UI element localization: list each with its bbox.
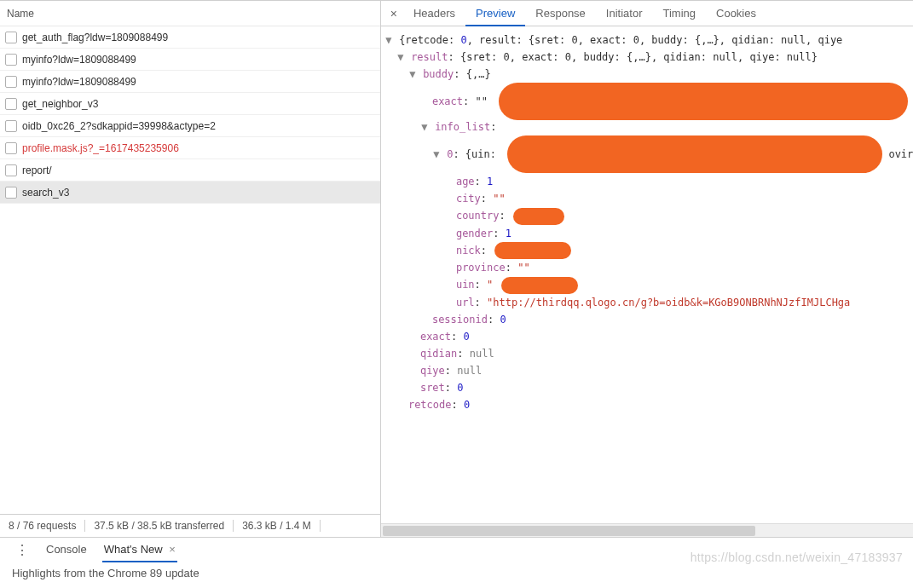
tree-row[interactable]: sret: 0 xyxy=(384,379,910,396)
request-row[interactable]: report/ xyxy=(0,159,380,182)
tree-row[interactable]: province: "" xyxy=(384,259,910,276)
tree-row[interactable]: ▼ info_list: xyxy=(384,118,910,135)
close-icon[interactable]: × xyxy=(169,543,176,556)
request-row[interactable]: myinfo?ldw=1809088499 xyxy=(0,49,380,71)
request-name: profile.mask.js?_=1617435235906 xyxy=(22,142,179,154)
scrollbar-thumb[interactable] xyxy=(383,526,755,536)
status-transferred: 37.5 kB / 38.5 kB transferred xyxy=(85,520,234,532)
tree-row[interactable]: age: 1 xyxy=(384,173,910,190)
tree-row[interactable]: retcode: 0 xyxy=(384,396,910,413)
tree-row[interactable]: exact: 0 xyxy=(384,328,910,345)
tree-row[interactable]: url: "http://thirdqq.qlogo.cn/g?b=oidb&k… xyxy=(384,294,910,311)
redacted-region xyxy=(499,83,908,120)
tab-response[interactable]: Response xyxy=(525,1,596,26)
column-name: Name xyxy=(7,8,34,20)
request-name: search_v3 xyxy=(22,187,69,199)
tree-row[interactable]: uin: " xyxy=(384,276,910,294)
tab-timing[interactable]: Timing xyxy=(652,1,706,26)
close-icon[interactable]: × xyxy=(384,7,403,20)
tree-row[interactable]: city: "" xyxy=(384,190,910,207)
tree-row[interactable]: nick: xyxy=(384,242,910,260)
request-row[interactable]: get_auth_flag?ldw=1809088499 xyxy=(0,26,380,49)
request-name: myinfo?ldw=1809088499 xyxy=(22,54,136,66)
network-status-bar: 8 / 76 requests 37.5 kB / 38.5 kB transf… xyxy=(0,514,380,537)
detail-tabs: × Headers Preview Response Initiator Tim… xyxy=(381,1,913,26)
tree-row[interactable]: gender: 1 xyxy=(384,225,910,242)
redacted-region xyxy=(513,208,564,225)
tree-row[interactable]: country: xyxy=(384,207,910,225)
network-request-panel: Name get_auth_flag?ldw=1809088499myinfo?… xyxy=(0,1,381,537)
detail-panel: × Headers Preview Response Initiator Tim… xyxy=(381,1,913,537)
tree-row[interactable]: ▼ result: {sret: 0, exact: 0, buddy: {,…… xyxy=(384,49,910,66)
tree-row[interactable]: sessionid: 0 xyxy=(384,311,910,328)
request-name: oidb_0xc26_2?sdkappid=39998&actype=2 xyxy=(22,120,216,132)
request-row[interactable]: get_neighbor_v3 xyxy=(0,93,380,115)
tree-row[interactable]: exact: "" xyxy=(384,83,910,120)
tree-row[interactable]: ▼ {retcode: 0, result: {sret: 0, exact: … xyxy=(384,32,910,49)
tree-row[interactable]: qiye: null xyxy=(384,362,910,379)
chevron-down-icon[interactable]: ▼ xyxy=(420,118,429,135)
tab-initiator[interactable]: Initiator xyxy=(596,1,653,26)
redacted-region xyxy=(501,277,578,294)
request-name: report/ xyxy=(22,164,52,176)
tree-row[interactable]: qidian: null xyxy=(384,345,910,362)
chevron-down-icon[interactable]: ▼ xyxy=(396,49,405,66)
request-row[interactable]: myinfo?ldw=1809088499 xyxy=(0,71,380,93)
chevron-down-icon[interactable]: ▼ xyxy=(408,66,417,83)
redacted-region xyxy=(494,242,571,259)
tab-headers[interactable]: Headers xyxy=(403,1,465,26)
request-row[interactable]: profile.mask.js?_=1617435235906 xyxy=(0,137,380,159)
file-icon xyxy=(5,54,17,66)
file-icon xyxy=(5,98,17,110)
file-icon xyxy=(5,32,17,43)
status-resources: 36.3 kB / 1.4 M xyxy=(234,520,321,532)
request-name: get_auth_flag?ldw=1809088499 xyxy=(22,32,168,43)
request-row[interactable]: search_v3 xyxy=(0,182,380,204)
drawer-body: Highlights from the Chrome 89 update xyxy=(0,562,913,588)
redacted-region xyxy=(507,135,882,173)
kebab-menu-icon[interactable]: ⋮ xyxy=(7,542,38,558)
drawer-tab-console[interactable]: Console xyxy=(38,538,95,562)
drawer-headline: Highlights from the Chrome 89 update xyxy=(12,567,199,579)
request-name: get_neighbor_v3 xyxy=(22,98,98,110)
file-icon xyxy=(5,120,17,132)
file-icon xyxy=(5,76,17,88)
file-icon xyxy=(5,164,17,176)
request-row[interactable]: oidb_0xc26_2?sdkappid=39998&actype=2 xyxy=(0,115,380,137)
request-name: myinfo?ldw=1809088499 xyxy=(22,76,136,88)
file-icon xyxy=(5,187,17,199)
tab-cookies[interactable]: Cookies xyxy=(706,1,766,26)
console-drawer: ⋮ Console What's New × Highlights from t… xyxy=(0,537,913,588)
tree-row[interactable]: ▼ 0: {uin: ovir xyxy=(384,135,910,173)
horizontal-scrollbar[interactable] xyxy=(381,523,913,537)
drawer-tab-whats-new[interactable]: What's New × xyxy=(95,538,184,562)
tree-row[interactable]: ▼ buddy: {,…} xyxy=(384,66,910,83)
drawer-tabs: ⋮ Console What's New × xyxy=(0,538,913,562)
preview-json-tree[interactable]: ▼ {retcode: 0, result: {sret: 0, exact: … xyxy=(381,26,913,523)
status-requests: 8 / 76 requests xyxy=(9,520,85,532)
chevron-down-icon[interactable]: ▼ xyxy=(432,146,441,163)
request-list: get_auth_flag?ldw=1809088499myinfo?ldw=1… xyxy=(0,26,380,514)
chevron-down-icon[interactable]: ▼ xyxy=(384,32,393,49)
tab-preview[interactable]: Preview xyxy=(465,1,525,26)
file-icon xyxy=(5,142,17,154)
request-list-header[interactable]: Name xyxy=(0,1,380,26)
